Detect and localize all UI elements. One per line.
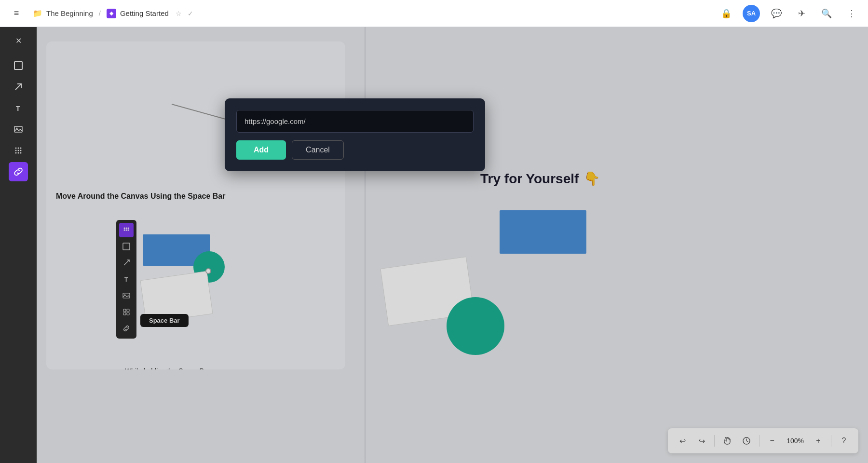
breadcrumb-folder-name: The Beginning	[46, 9, 93, 17]
sidebar-tool-link[interactable]	[9, 162, 28, 181]
svg-point-7	[20, 148, 22, 149]
svg-point-6	[18, 148, 19, 149]
topbar-right: 🔒 SA 💬 ✈ 🔍 ⋮	[718, 5, 860, 22]
sidebar-tool-image[interactable]	[9, 120, 28, 139]
svg-point-11	[15, 152, 17, 154]
cancel-button[interactable]: Cancel	[292, 140, 344, 160]
svg-rect-3	[14, 126, 22, 132]
sidebar-close-button[interactable]: ✕	[9, 31, 28, 50]
folder-icon: 📁	[33, 9, 42, 18]
add-button[interactable]: Add	[236, 140, 286, 160]
svg-point-8	[15, 150, 17, 151]
sidebar-tool-grid[interactable]	[9, 141, 28, 160]
favorite-star-icon[interactable]: ☆	[176, 10, 182, 17]
breadcrumb-separator: /	[99, 9, 101, 17]
url-input[interactable]	[236, 110, 474, 133]
url-dialog: Add Cancel	[225, 98, 485, 171]
share-button[interactable]: ✈	[793, 5, 810, 22]
svg-text:T: T	[16, 105, 20, 112]
avatar[interactable]: SA	[743, 5, 760, 22]
lock-button[interactable]: 🔒	[718, 5, 735, 22]
topbar-left: ≡ 📁 The Beginning / ◆ Getting Started ☆ …	[8, 5, 193, 22]
left-sidebar: ✕ T	[0, 27, 37, 463]
more-button[interactable]: ⋮	[843, 5, 860, 22]
svg-point-9	[18, 150, 19, 151]
svg-rect-0	[14, 62, 22, 69]
svg-line-1	[15, 84, 21, 90]
canvas: How To... Add Cancel Move Around the Can…	[37, 27, 868, 463]
topbar: ≡ 📁 The Beginning / ◆ Getting Started ☆ …	[0, 0, 868, 27]
page-icon: ◆	[107, 9, 116, 18]
dialog-overlay: Add Cancel	[37, 27, 868, 463]
dialog-buttons: Add Cancel	[236, 140, 474, 160]
sidebar-tool-text[interactable]: T	[9, 98, 28, 118]
breadcrumb-page-name: Getting Started	[120, 9, 169, 17]
status-check-icon: ✓	[188, 10, 193, 17]
sidebar-tool-arrow[interactable]	[9, 77, 28, 96]
svg-point-13	[20, 152, 22, 154]
svg-point-12	[18, 152, 19, 154]
chat-button[interactable]: 💬	[768, 5, 785, 22]
sidebar-tool-frame[interactable]	[9, 56, 28, 75]
svg-point-10	[20, 150, 22, 151]
search-button[interactable]: 🔍	[818, 5, 835, 22]
menu-button[interactable]: ≡	[8, 5, 25, 22]
svg-point-5	[15, 148, 17, 149]
